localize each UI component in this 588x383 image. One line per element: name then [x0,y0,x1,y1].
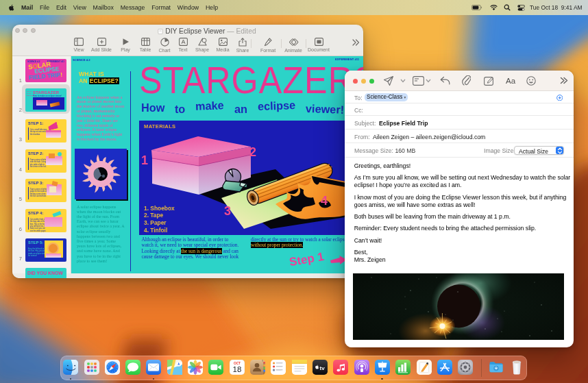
svg-text:tv: tv [319,365,325,371]
svg-text:18: 18 [232,365,241,373]
